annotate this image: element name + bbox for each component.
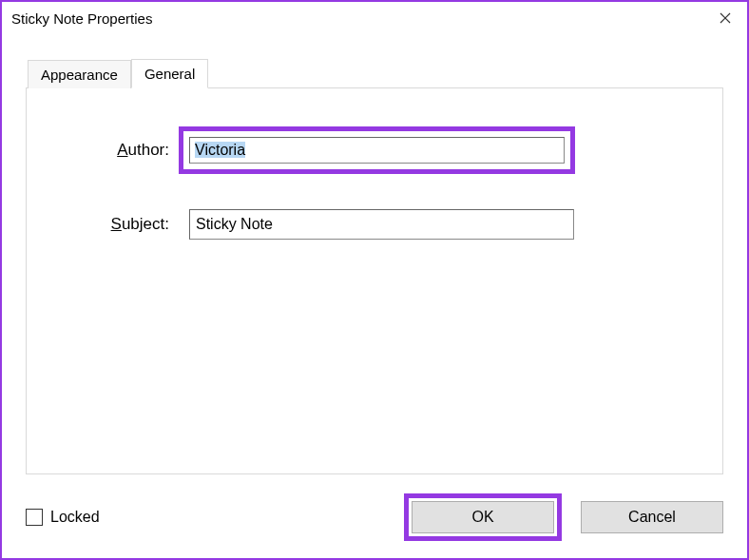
author-label-rest: uthor: xyxy=(128,141,169,159)
ok-button[interactable]: OK xyxy=(412,501,554,533)
locked-label: Locked xyxy=(50,509,100,526)
subject-label-accel: S xyxy=(111,215,122,233)
subject-label: Subject: xyxy=(84,215,179,234)
author-input[interactable]: Victoria xyxy=(189,137,565,164)
author-label: Author: xyxy=(84,141,179,160)
subject-label-rest: ubject: xyxy=(122,215,169,233)
titlebar: Sticky Note Properties xyxy=(2,2,747,34)
cancel-button[interactable]: Cancel xyxy=(581,501,723,533)
locked-checkbox[interactable] xyxy=(26,509,43,526)
dialog-footer: Locked OK Cancel xyxy=(26,474,723,541)
subject-row: Subject: xyxy=(84,199,665,250)
close-button[interactable] xyxy=(703,2,747,34)
tab-appearance[interactable]: Appearance xyxy=(28,60,131,88)
button-row: OK Cancel xyxy=(404,493,723,541)
close-icon xyxy=(720,12,731,24)
author-label-accel: A xyxy=(117,141,127,159)
tab-panel-general: Author: Victoria Subject: xyxy=(26,87,723,474)
locked-checkbox-wrap[interactable]: Locked xyxy=(26,509,100,526)
author-value: Victoria xyxy=(195,142,245,158)
window-title: Sticky Note Properties xyxy=(11,10,152,27)
dialog-window: Sticky Note Properties Appearance Genera… xyxy=(0,0,749,560)
dialog-content: Appearance General Author: Victoria Subj… xyxy=(2,34,747,558)
tab-general[interactable]: General xyxy=(131,59,208,88)
author-row: Author: Victoria xyxy=(84,126,665,174)
subject-input[interactable] xyxy=(189,209,574,240)
tabs: Appearance General xyxy=(28,58,723,87)
author-highlight: Victoria xyxy=(179,126,575,174)
ok-highlight: OK xyxy=(404,493,562,541)
